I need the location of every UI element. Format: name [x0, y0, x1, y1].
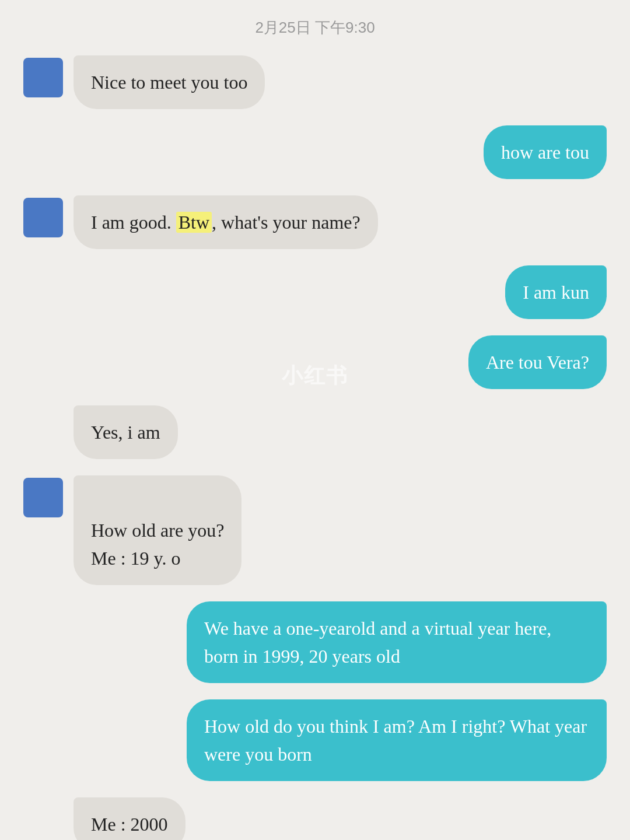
message-text: How old are you? Me : 19 y. o [91, 520, 224, 569]
message-row: I am kun [23, 265, 607, 319]
message-text: Yes, i am [91, 422, 160, 443]
message-row: How old do you think I am? Am I right? W… [23, 699, 607, 781]
message-bubble: Are tou Vera? [468, 335, 607, 389]
message-row: I am good. Btw, what's your name? [23, 195, 607, 249]
message-row: Nice to meet you too [23, 55, 607, 109]
message-bubble: How old are you? Me : 19 y. o [74, 475, 242, 585]
message-bubble: I am good. Btw, what's your name? [74, 195, 378, 249]
message-row: We have a one-yearold and a virtual year… [23, 601, 607, 683]
message-bubble: I am kun [505, 265, 607, 319]
avatar-placeholder [23, 797, 63, 837]
highlighted-word: Btw [176, 212, 212, 233]
message-text: Me : 2000 [91, 814, 168, 835]
message-text: how are tou [501, 142, 589, 163]
message-text: We have a one-yearold and a virtual year… [204, 618, 551, 667]
message-row: Me : 2000 [23, 797, 607, 840]
message-row: How old are you? Me : 19 y. o [23, 475, 607, 585]
message-row: how are tou [23, 125, 607, 179]
chat-container: 2月25日 下午9:30 Nice to meet you too how ar… [0, 0, 630, 840]
message-text: Are tou Vera? [486, 352, 589, 373]
avatar [23, 478, 63, 517]
message-text: How old do you think I am? Am I right? W… [204, 716, 587, 765]
message-text: Nice to meet you too [91, 72, 247, 93]
avatar-placeholder [23, 405, 63, 445]
avatar [23, 58, 63, 97]
message-text: I am kun [523, 282, 589, 303]
message-text-part: I am good. [91, 212, 176, 233]
message-bubble: how are tou [484, 125, 607, 179]
message-bubble: Me : 2000 [74, 797, 186, 840]
message-bubble: We have a one-yearold and a virtual year… [187, 601, 607, 683]
timestamp: 2月25日 下午9:30 [23, 18, 607, 38]
message-bubble: Yes, i am [74, 405, 178, 459]
message-bubble: How old do you think I am? Am I right? W… [187, 699, 607, 781]
message-text-part: , what's your name? [212, 212, 360, 233]
avatar [23, 198, 63, 237]
message-bubble: Nice to meet you too [74, 55, 265, 109]
message-row: Are tou Vera? [23, 335, 607, 389]
message-row: Yes, i am [23, 405, 607, 459]
